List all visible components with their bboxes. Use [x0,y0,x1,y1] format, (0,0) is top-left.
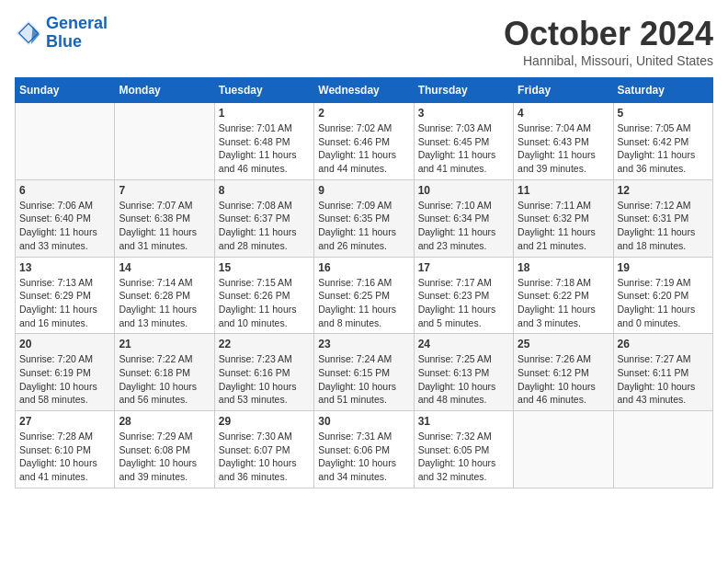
day-number: 17 [418,261,509,274]
day-info: Sunrise: 7:04 AM Sunset: 6:43 PM Dayligh… [518,121,609,176]
day-info: Sunrise: 7:17 AM Sunset: 6:23 PM Dayligh… [418,276,509,330]
weekday-header: Sunday [16,78,115,103]
day-number: 18 [518,261,609,274]
day-number: 31 [418,415,509,428]
day-info: Sunrise: 7:11 AM Sunset: 6:32 PM Dayligh… [518,199,609,253]
page-header: General Blue October 2024 Hannibal, Miss… [15,15,713,68]
calendar-cell: 11Sunrise: 7:11 AM Sunset: 6:32 PM Dayli… [514,179,613,257]
calendar-cell: 16Sunrise: 7:16 AM Sunset: 6:25 PM Dayli… [314,257,414,334]
calendar-cell: 25Sunrise: 7:26 AM Sunset: 6:12 PM Dayli… [514,334,613,411]
calendar-cell: 2Sunrise: 7:02 AM Sunset: 6:46 PM Daylig… [314,103,414,180]
day-number: 24 [418,338,509,350]
day-info: Sunrise: 7:24 AM Sunset: 6:15 PM Dayligh… [318,352,409,407]
weekday-header: Thursday [414,78,513,103]
weekday-header: Wednesday [314,78,414,103]
weekday-header: Friday [514,78,613,103]
calendar-cell: 14Sunrise: 7:14 AM Sunset: 6:28 PM Dayli… [115,257,214,334]
day-number: 21 [119,338,210,350]
day-number: 2 [318,107,409,120]
calendar-cell: 24Sunrise: 7:25 AM Sunset: 6:13 PM Dayli… [414,334,513,411]
calendar-cell: 3Sunrise: 7:03 AM Sunset: 6:45 PM Daylig… [414,103,513,180]
calendar-week-row: 1Sunrise: 7:01 AM Sunset: 6:48 PM Daylig… [16,103,713,180]
calendar-cell: 23Sunrise: 7:24 AM Sunset: 6:15 PM Dayli… [314,334,414,411]
calendar-cell [514,411,613,488]
day-info: Sunrise: 7:02 AM Sunset: 6:46 PM Dayligh… [318,121,409,176]
calendar-cell: 29Sunrise: 7:30 AM Sunset: 6:07 PM Dayli… [214,411,313,488]
calendar-cell: 30Sunrise: 7:31 AM Sunset: 6:06 PM Dayli… [314,411,414,488]
location: Hannibal, Missouri, United States [504,53,713,68]
day-number: 23 [318,338,409,350]
day-number: 22 [219,338,310,350]
calendar-week-row: 20Sunrise: 7:20 AM Sunset: 6:19 PM Dayli… [16,334,713,411]
calendar-cell: 18Sunrise: 7:18 AM Sunset: 6:22 PM Dayli… [514,257,613,334]
day-info: Sunrise: 7:01 AM Sunset: 6:48 PM Dayligh… [219,121,310,176]
day-info: Sunrise: 7:15 AM Sunset: 6:26 PM Dayligh… [219,276,310,330]
calendar-cell: 22Sunrise: 7:23 AM Sunset: 6:16 PM Dayli… [214,334,313,411]
calendar-cell: 17Sunrise: 7:17 AM Sunset: 6:23 PM Dayli… [414,257,513,334]
logo-line1: General [46,14,108,32]
calendar-cell: 6Sunrise: 7:06 AM Sunset: 6:40 PM Daylig… [16,179,115,257]
day-number: 9 [318,184,409,197]
day-info: Sunrise: 7:10 AM Sunset: 6:34 PM Dayligh… [418,199,509,253]
logo: General Blue [15,15,108,52]
day-number: 10 [418,184,509,197]
calendar-week-row: 27Sunrise: 7:28 AM Sunset: 6:10 PM Dayli… [16,411,713,488]
calendar-cell: 26Sunrise: 7:27 AM Sunset: 6:11 PM Dayli… [613,334,712,411]
month-title: October 2024 [504,15,713,53]
day-info: Sunrise: 7:16 AM Sunset: 6:25 PM Dayligh… [318,276,409,330]
day-number: 12 [618,184,709,197]
calendar-cell [16,103,115,180]
weekday-row: SundayMondayTuesdayWednesdayThursdayFrid… [16,78,713,103]
calendar-cell: 20Sunrise: 7:20 AM Sunset: 6:19 PM Dayli… [16,334,115,411]
calendar-cell: 10Sunrise: 7:10 AM Sunset: 6:34 PM Dayli… [414,179,513,257]
day-number: 27 [19,415,110,428]
day-info: Sunrise: 7:03 AM Sunset: 6:45 PM Dayligh… [418,121,509,176]
logo-line2: Blue [46,32,82,51]
day-number: 8 [219,184,310,197]
calendar-week-row: 13Sunrise: 7:13 AM Sunset: 6:29 PM Dayli… [16,257,713,334]
day-info: Sunrise: 7:26 AM Sunset: 6:12 PM Dayligh… [518,352,609,407]
day-info: Sunrise: 7:09 AM Sunset: 6:35 PM Dayligh… [318,199,409,253]
day-number: 20 [19,338,110,350]
day-number: 15 [219,261,310,274]
day-info: Sunrise: 7:05 AM Sunset: 6:42 PM Dayligh… [618,121,709,176]
calendar-cell: 4Sunrise: 7:04 AM Sunset: 6:43 PM Daylig… [514,103,613,180]
calendar-cell: 7Sunrise: 7:07 AM Sunset: 6:38 PM Daylig… [115,179,214,257]
weekday-header: Tuesday [214,78,313,103]
day-number: 25 [518,338,609,350]
day-info: Sunrise: 7:07 AM Sunset: 6:38 PM Dayligh… [119,199,210,253]
calendar-cell: 8Sunrise: 7:08 AM Sunset: 6:37 PM Daylig… [214,179,313,257]
calendar-cell [115,103,214,180]
day-number: 6 [19,184,110,197]
logo-icon [15,19,42,47]
calendar-cell: 31Sunrise: 7:32 AM Sunset: 6:05 PM Dayli… [414,411,513,488]
day-info: Sunrise: 7:31 AM Sunset: 6:06 PM Dayligh… [318,430,409,484]
day-number: 3 [418,107,509,120]
day-info: Sunrise: 7:29 AM Sunset: 6:08 PM Dayligh… [119,430,210,484]
day-info: Sunrise: 7:27 AM Sunset: 6:11 PM Dayligh… [618,352,709,407]
day-number: 5 [618,107,709,120]
calendar-cell: 1Sunrise: 7:01 AM Sunset: 6:48 PM Daylig… [214,103,313,180]
calendar-cell: 9Sunrise: 7:09 AM Sunset: 6:35 PM Daylig… [314,179,414,257]
calendar-table: SundayMondayTuesdayWednesdayThursdayFrid… [15,77,713,488]
day-info: Sunrise: 7:28 AM Sunset: 6:10 PM Dayligh… [19,430,110,484]
day-info: Sunrise: 7:30 AM Sunset: 6:07 PM Dayligh… [219,430,310,484]
day-info: Sunrise: 7:25 AM Sunset: 6:13 PM Dayligh… [418,352,509,407]
calendar-cell: 19Sunrise: 7:19 AM Sunset: 6:20 PM Dayli… [613,257,712,334]
calendar-cell: 21Sunrise: 7:22 AM Sunset: 6:18 PM Dayli… [115,334,214,411]
calendar-header: SundayMondayTuesdayWednesdayThursdayFrid… [16,78,713,103]
day-info: Sunrise: 7:18 AM Sunset: 6:22 PM Dayligh… [518,276,609,330]
day-number: 13 [19,261,110,274]
day-info: Sunrise: 7:06 AM Sunset: 6:40 PM Dayligh… [19,199,110,253]
day-number: 1 [219,107,310,120]
day-info: Sunrise: 7:14 AM Sunset: 6:28 PM Dayligh… [119,276,210,330]
day-info: Sunrise: 7:32 AM Sunset: 6:05 PM Dayligh… [418,430,509,484]
day-number: 16 [318,261,409,274]
day-info: Sunrise: 7:19 AM Sunset: 6:20 PM Dayligh… [618,276,709,330]
day-number: 29 [219,415,310,428]
calendar-body: 1Sunrise: 7:01 AM Sunset: 6:48 PM Daylig… [16,103,713,488]
calendar-cell [613,411,712,488]
calendar-cell: 28Sunrise: 7:29 AM Sunset: 6:08 PM Dayli… [115,411,214,488]
day-number: 26 [618,338,709,350]
day-info: Sunrise: 7:20 AM Sunset: 6:19 PM Dayligh… [19,352,110,407]
